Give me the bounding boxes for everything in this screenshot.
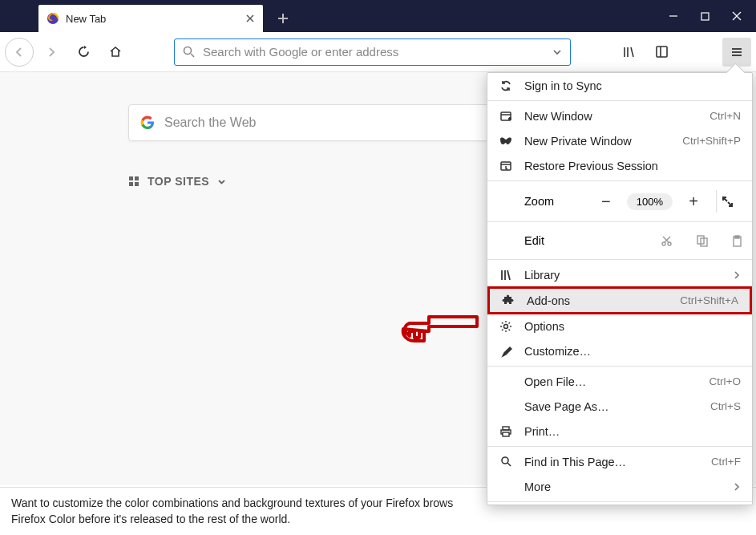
library-icon [499,269,513,282]
gear-icon [499,320,513,333]
paintbrush-icon [499,345,513,358]
tab-strip: New Tab [0,5,669,32]
fullscreen-button[interactable] [722,196,744,208]
menu-save-page[interactable]: Save Page As… Ctrl+S [487,394,752,419]
menu-restore-session[interactable]: Restore Previous Session [487,153,752,178]
search-icon [183,46,195,58]
svg-point-44 [502,457,508,464]
new-tab-button[interactable] [269,5,297,32]
paste-icon[interactable] [732,235,742,247]
close-window-button[interactable] [732,11,742,21]
printer-icon [499,425,513,438]
svg-point-9 [184,47,192,55]
top-sites-label: TOP SITES [148,175,209,188]
svg-rect-21 [129,182,133,186]
reload-button[interactable] [69,38,98,67]
menu-edit-row: Edit [487,225,752,257]
menu-print[interactable]: Print… [487,419,752,444]
chevron-right-icon [733,483,741,491]
close-tab-icon[interactable] [245,14,255,23]
svg-line-10 [191,54,194,57]
zoom-out-button[interactable]: − [595,193,617,211]
svg-point-30 [668,242,671,245]
menu-addons[interactable]: Add-ons Ctrl+Shift+A [487,286,752,314]
svg-rect-6 [701,13,709,20]
svg-point-29 [662,242,665,245]
back-button[interactable] [5,38,34,67]
home-button[interactable] [101,38,130,67]
navigation-toolbar: Search with Google or enter address [0,32,756,72]
find-icon [499,456,513,468]
maximize-button[interactable] [701,12,710,21]
svg-line-13 [631,47,633,57]
menu-open-file[interactable]: Open File… Ctrl+O [487,369,752,394]
menu-sign-in[interactable]: Sign in to Sync [487,73,752,98]
window-controls [669,11,756,32]
footer-line-2: Firefox Color before it's released to th… [11,512,745,528]
chevron-down-icon [217,177,226,186]
menu-new-window[interactable]: New Window Ctrl+N [487,103,752,128]
menu-more[interactable]: More [487,474,752,499]
firefox-icon [46,12,59,25]
zoom-level[interactable]: 100% [627,193,673,210]
forward-button[interactable] [37,38,66,67]
svg-rect-20 [135,176,139,180]
menu-customize[interactable]: Customize… [487,338,752,363]
pointing-hand-annotation [397,301,485,349]
menu-zoom-row: Zoom − 100% + [487,184,752,219]
svg-rect-36 [735,236,739,238]
grid-icon [128,176,139,187]
search-placeholder: Search the Web [164,116,256,130]
window-icon [499,110,513,123]
dropdown-icon[interactable] [552,47,562,57]
browser-tab[interactable]: New Tab [38,5,263,32]
hamburger-menu-button[interactable] [722,38,751,67]
menu-library[interactable]: Library [487,262,752,287]
mask-icon [499,137,513,145]
sync-icon [499,79,513,92]
svg-line-39 [507,270,510,280]
svg-point-40 [504,324,508,328]
title-bar: New Tab [0,0,756,32]
svg-line-45 [507,463,511,466]
tab-title: New Tab [66,13,239,25]
copy-icon[interactable] [697,235,708,247]
sidebar-button[interactable] [647,38,676,67]
minimize-button[interactable] [669,11,678,21]
menu-new-private-window[interactable]: New Private Window Ctrl+Shift+P [487,128,752,153]
puzzle-icon [501,294,515,307]
restore-icon [499,160,513,172]
svg-rect-14 [657,47,667,57]
menu-find[interactable]: Find in This Page… Ctrl+F [487,449,752,474]
application-menu: Sign in to Sync New Window Ctrl+N New Pr… [487,72,753,505]
cut-icon[interactable] [661,235,673,247]
library-button[interactable] [615,38,644,67]
address-bar[interactable]: Search with Google or enter address [174,39,571,66]
address-bar-placeholder: Search with Google or enter address [203,45,544,59]
svg-rect-19 [129,176,133,180]
svg-rect-43 [503,432,509,436]
chevron-right-icon [733,271,741,279]
google-icon [140,116,155,130]
zoom-in-button[interactable]: + [682,193,705,211]
svg-rect-22 [135,182,139,186]
menu-options[interactable]: Options [487,314,752,338]
